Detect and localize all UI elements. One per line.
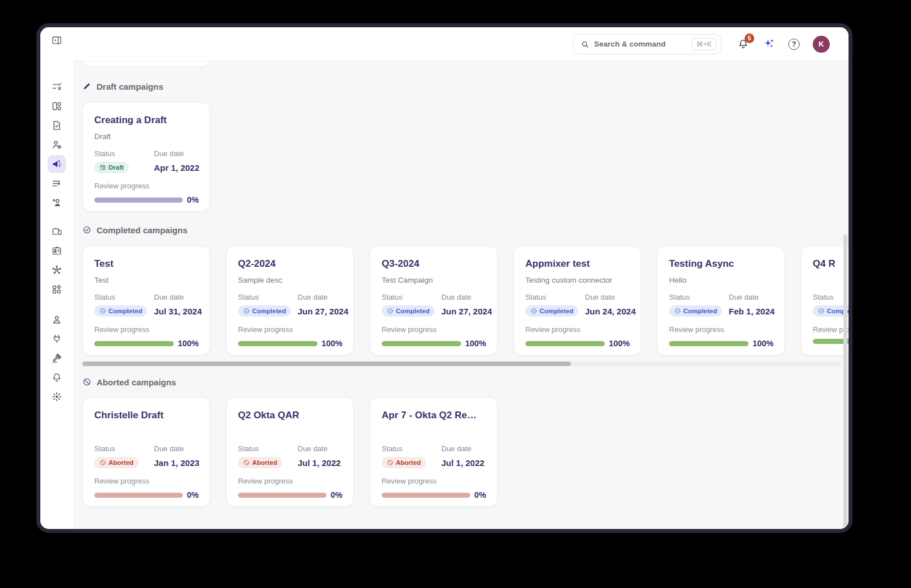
campaign-card[interactable]: Testing Async Hello Status Completed Due…	[657, 246, 785, 355]
megaphone-icon[interactable]	[48, 155, 66, 173]
progress-bar-fill	[525, 341, 605, 346]
user-gear-icon[interactable]	[48, 136, 66, 154]
user-icon[interactable]	[48, 310, 66, 329]
horizontal-scrollbar-thumb[interactable]	[82, 362, 571, 366]
bell-icon[interactable]	[48, 368, 66, 387]
due-date-label: Due date	[154, 149, 199, 158]
progress-bar-fill	[382, 341, 461, 346]
campaign-card[interactable]: Q3-2024 Test Campaign Status Completed D…	[370, 246, 498, 355]
right-column: ⌘+K 5 ? K Dr	[73, 27, 849, 529]
help-icon[interactable]: ?	[787, 37, 801, 51]
document-check-icon[interactable]	[48, 116, 66, 135]
sidebar-group-resources	[48, 222, 66, 299]
due-date-value: Feb 1, 2024	[729, 306, 775, 316]
campaign-meta: Status Completed Due date Jun 24, 2024	[525, 293, 630, 317]
status-label: Status	[94, 149, 154, 158]
pencil-icon	[82, 82, 91, 91]
campaign-description: Hello	[669, 276, 774, 285]
due-date-label: Due date	[729, 293, 775, 301]
campaign-meta: Status Completed Due date Jun 27, 2024	[238, 293, 342, 317]
campaign-card[interactable]: Q2 Okta QAR Status Aborted Due date Jul …	[226, 397, 354, 507]
progress-bar-fill	[238, 341, 317, 346]
progress-bar	[94, 341, 174, 346]
due-date-value: Jul 31, 2024	[154, 306, 202, 316]
check-circle-icon	[243, 308, 250, 314]
due-date-label: Due date	[154, 444, 199, 453]
section-title: Draft campaigns	[97, 82, 164, 91]
status-label: Status	[94, 293, 154, 301]
notification-count-badge: 5	[745, 33, 754, 43]
plug-icon[interactable]	[48, 330, 66, 348]
widgets-icon[interactable]	[48, 280, 66, 299]
id-badge-icon[interactable]	[48, 242, 66, 260]
campaign-card[interactable]: Apr 7 - Okta Q2 Re… Status Aborted Due d…	[370, 397, 498, 507]
progress-bar	[94, 198, 183, 203]
campaign-card[interactable]: Appmixer test Testing custom connector S…	[513, 246, 641, 355]
section-heading-completed: Completed campaigns	[82, 225, 849, 235]
campaign-description	[238, 427, 342, 437]
progress-bar	[525, 341, 605, 346]
checklist-icon[interactable]	[48, 78, 66, 96]
progress-bar-fill	[94, 198, 183, 203]
gavel-icon[interactable]	[48, 349, 66, 367]
slash-circle-icon	[243, 459, 250, 466]
check-circle-icon	[387, 308, 394, 314]
user-plus-icon[interactable]	[48, 194, 66, 212]
status-badge: Completed	[669, 305, 722, 317]
status-badge-text: Completed	[108, 308, 142, 314]
status-label: Status	[382, 444, 441, 453]
search-icon	[580, 40, 590, 49]
campaign-title: Test	[94, 258, 199, 270]
user-avatar[interactable]: K	[813, 36, 830, 53]
devices-icon[interactable]	[48, 222, 66, 241]
campaign-card[interactable]: Test Test Status Completed Due date Jul …	[82, 246, 210, 355]
status-badge-text: Aborted	[396, 459, 421, 466]
progress-bar-fill	[94, 341, 174, 346]
campaign-title: Testing Async	[669, 258, 774, 270]
notifications-bell-icon[interactable]: 5	[736, 37, 750, 51]
progress-bar-fill	[382, 493, 470, 498]
top-header: ⌘+K 5 ? K	[73, 27, 849, 61]
flow-arrows-icon[interactable]	[48, 174, 66, 192]
campaign-card[interactable]: Q4 R Status Completed Review progress	[801, 246, 849, 355]
ai-sparkles-icon[interactable]	[762, 37, 775, 51]
slash-circle-icon	[387, 459, 394, 466]
scrolled-card-partial[interactable]	[82, 61, 210, 67]
campaign-card[interactable]: Creating a Draft Draft Status Draft Due …	[82, 102, 210, 212]
campaign-card[interactable]: Q2-2024 Sample desc Status Completed Due…	[226, 246, 354, 355]
review-progress-label: Review progress	[382, 477, 486, 485]
status-badge-text: Aborted	[108, 459, 133, 466]
horizontal-scrollbar[interactable]	[82, 362, 841, 366]
due-date-value: Jan 1, 2023	[154, 458, 199, 468]
layout-columns-icon[interactable]	[48, 97, 66, 115]
status-badge: Aborted	[238, 457, 282, 468]
campaign-meta: Status Completed Due date Jun 27, 2024	[382, 293, 486, 317]
status-badge: Draft	[94, 162, 129, 173]
campaign-title: Appmixer test	[525, 258, 630, 270]
panel-toggle-icon[interactable]	[51, 35, 62, 46]
review-progress-label: Review progress	[669, 325, 774, 334]
gear-icon[interactable]	[48, 388, 66, 406]
search-input[interactable]	[594, 40, 687, 48]
campaign-description	[382, 427, 486, 437]
check-circle-icon	[530, 308, 537, 314]
status-badge: Completed	[525, 305, 578, 317]
search-box[interactable]: ⌘+K	[573, 34, 721, 54]
card-row-draft: Creating a Draft Draft Status Draft Due …	[73, 102, 849, 212]
campaign-meta: Status Draft Due date Apr 1, 2022	[94, 149, 199, 173]
progress-bar	[94, 493, 183, 498]
app-window: ⌘+K 5 ? K Dr	[36, 23, 853, 533]
app-surface: ⌘+K 5 ? K Dr	[40, 27, 849, 529]
status-badge-text: Completed	[683, 308, 717, 314]
status-badge: Completed	[94, 305, 147, 317]
review-progress-label: Review progress	[238, 325, 342, 334]
vertical-scrollbar-thumb[interactable]	[843, 234, 847, 529]
review-progress-label: Review progress	[525, 325, 630, 334]
due-date-label: Due date	[298, 444, 341, 453]
progress-percent: 100%	[321, 339, 342, 348]
card-row-completed: Test Test Status Completed Due date Jul …	[73, 246, 849, 355]
hub-icon[interactable]	[48, 261, 66, 279]
due-date-value: Jun 27, 2024	[298, 306, 348, 316]
campaign-meta: Status Aborted Due date Jul 1, 2022	[382, 444, 486, 468]
campaign-card[interactable]: Christelle Draft Status Aborted Due date…	[82, 397, 210, 507]
